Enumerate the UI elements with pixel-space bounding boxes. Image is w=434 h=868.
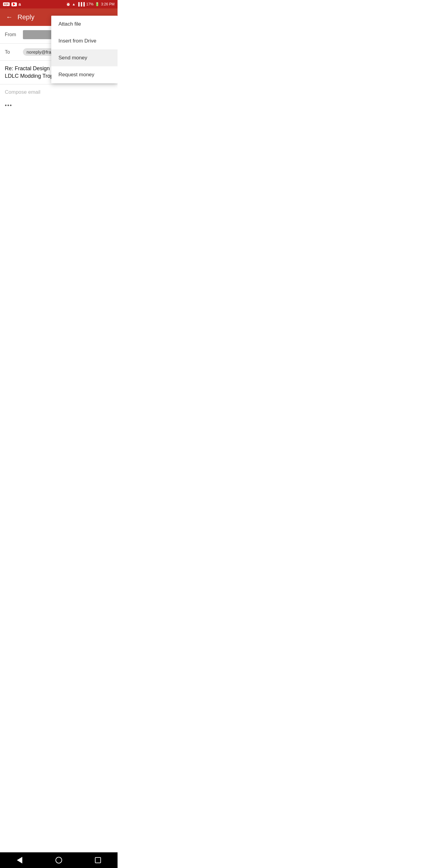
wifi-icon: ▲ xyxy=(72,2,76,6)
to-label: To xyxy=(5,50,23,55)
back-button[interactable]: ← xyxy=(5,12,14,22)
battery-percent: 17% xyxy=(86,2,93,6)
youtube-app-icon xyxy=(11,2,17,6)
ellipsis-indicator: ••• xyxy=(0,100,118,111)
compose-placeholder: Compose email xyxy=(5,89,113,95)
menu-item-attach-file[interactable]: Attach file xyxy=(51,16,118,33)
br-app-icon: B|R xyxy=(3,2,10,6)
menu-item-send-money[interactable]: Send money xyxy=(51,50,118,66)
alarm-icon: ⏰ xyxy=(66,2,70,6)
status-bar-left: B|R a xyxy=(3,2,21,7)
time-display: 3:26 PM xyxy=(101,2,115,6)
from-label: From xyxy=(5,32,23,37)
status-bar-right: ⏰ ▲ ▐▐▐ 17% 🔋 3:26 PM xyxy=(66,2,115,6)
status-bar: B|R a ⏰ ▲ ▐▐▐ 17% 🔋 3:26 PM xyxy=(0,0,118,8)
compose-area[interactable]: Compose email xyxy=(0,84,118,100)
dropdown-menu: Attach file Insert from Drive Send money… xyxy=(51,16,118,83)
menu-item-insert-drive[interactable]: Insert from Drive xyxy=(51,33,118,50)
amazon-app-icon: a xyxy=(19,2,21,7)
signal-icon: ▐▐▐ xyxy=(77,2,85,6)
menu-item-request-money[interactable]: Request money xyxy=(51,66,118,83)
battery-icon: 🔋 xyxy=(95,2,99,6)
